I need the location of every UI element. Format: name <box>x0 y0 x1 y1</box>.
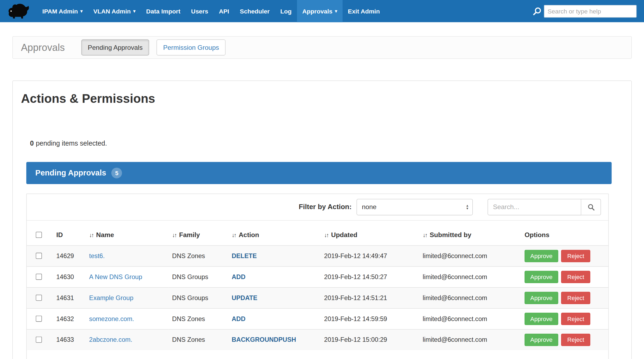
cell-family: DNS Groups <box>169 266 228 287</box>
action-link[interactable]: ADD <box>232 315 245 322</box>
cell-action: ADD <box>228 308 321 329</box>
search-icon[interactable] <box>532 6 542 16</box>
column-label: ID <box>56 231 63 238</box>
reject-button[interactable]: Reject <box>561 292 590 304</box>
selected-count: 0 <box>30 139 34 147</box>
row-checkbox[interactable] <box>36 337 42 343</box>
column-label: Submitted by <box>430 231 471 238</box>
row-checkbox[interactable] <box>36 274 42 280</box>
nav-item-label: Data Import <box>146 8 180 15</box>
approvals-panel: Filter by Action: none ▴▾ <box>26 193 609 359</box>
row-checkbox[interactable] <box>36 316 42 322</box>
name-link[interactable]: 2abczone.com. <box>89 336 132 343</box>
sort-icon: ↓↑ <box>423 232 427 238</box>
nav-item-label: Exit Admin <box>348 8 380 15</box>
nav-item-users[interactable]: Users <box>186 0 213 22</box>
nav-item-label: API <box>219 8 229 15</box>
search-icon <box>587 203 595 211</box>
column-header-name[interactable]: ↓↑Name <box>86 221 169 245</box>
tab-pending-approvals[interactable]: Pending Approvals <box>81 39 149 55</box>
nav-item-scheduler[interactable]: Scheduler <box>235 0 275 22</box>
cell-select <box>27 308 53 329</box>
nav-item-label: Approvals <box>302 8 332 15</box>
nav-item-label: Users <box>191 8 208 15</box>
filter-row: Filter by Action: none ▴▾ <box>27 194 608 221</box>
selected-text: pending items selected. <box>36 139 107 147</box>
nav-item-log[interactable]: Log <box>275 0 297 22</box>
cell-submitted-by: limited@6connect.com <box>419 308 521 329</box>
nav-item-label: Scheduler <box>240 8 270 15</box>
page-header: Approvals Pending Approvals Permission G… <box>12 36 632 59</box>
column-header-family[interactable]: ↓↑Family <box>169 221 228 245</box>
row-checkbox[interactable] <box>36 253 42 259</box>
navbar-search <box>532 5 637 17</box>
nav-item-exit-admin[interactable]: Exit Admin <box>342 0 385 22</box>
approve-button[interactable]: Approve <box>525 250 558 262</box>
brand-logo[interactable] <box>7 2 31 20</box>
nav-item-ipam-admin[interactable]: IPAM Admin▾ <box>37 0 88 22</box>
cell-action: DELETE <box>228 245 321 266</box>
cell-updated: 2019-Feb-12 15:00:29 <box>321 329 419 350</box>
global-search-input[interactable] <box>544 5 637 17</box>
name-link[interactable]: test6. <box>89 252 105 259</box>
action-link[interactable]: DELETE <box>232 252 257 259</box>
action-link[interactable]: ADD <box>232 273 245 280</box>
reject-button[interactable]: Reject <box>561 313 590 325</box>
approve-button[interactable]: Approve <box>525 271 558 283</box>
column-header-action[interactable]: ↓↑Action <box>228 221 321 245</box>
select-all-checkbox[interactable] <box>36 232 42 238</box>
nav-item-data-import[interactable]: Data Import <box>141 0 186 22</box>
column-label: Action <box>239 231 259 238</box>
column-header-updated[interactable]: ↓↑Updated <box>321 221 419 245</box>
cell-family: DNS Zones <box>169 308 228 329</box>
rhino-logo-icon <box>7 3 30 19</box>
table-row: 14632somezone.com.DNS ZonesADD2019-Feb-1… <box>27 308 608 329</box>
cell-options: ApproveReject <box>521 287 608 308</box>
cell-family: DNS Zones <box>169 245 228 266</box>
cell-select <box>27 287 53 308</box>
nav-item-vlan-admin[interactable]: VLAN Admin▾ <box>88 0 141 22</box>
column-header-select <box>27 221 53 245</box>
cell-family: DNS Groups <box>169 287 228 308</box>
row-checkbox[interactable] <box>36 295 42 301</box>
cell-action: UPDATE <box>228 287 321 308</box>
top-navbar: IPAM Admin▾VLAN Admin▾Data ImportUsersAP… <box>0 0 644 22</box>
cell-id: 14631 <box>53 287 86 308</box>
nav-item-label: IPAM Admin <box>42 8 78 15</box>
approve-button[interactable]: Approve <box>525 334 558 346</box>
reject-button[interactable]: Reject <box>561 334 590 346</box>
sort-icon: ↓↑ <box>172 232 176 238</box>
filter-label: Filter by Action: <box>299 203 352 211</box>
table-header-row: ID↓↑Name↓↑Family↓↑Action↓↑Updated↓↑Submi… <box>27 221 608 245</box>
cell-id: 14629 <box>53 245 86 266</box>
band-title: Pending Approvals <box>35 168 106 178</box>
column-header-submitted-by[interactable]: ↓↑Submitted by <box>419 221 521 245</box>
cell-submitted-by: limited@6connect.com <box>419 287 521 308</box>
action-link[interactable]: BACKGROUNDPUSH <box>232 336 296 343</box>
column-header-options: Options <box>521 221 608 245</box>
table-search-button[interactable] <box>581 199 601 215</box>
main-panel: Actions & Permissions 0pending items sel… <box>12 80 632 359</box>
cell-options: ApproveReject <box>521 308 608 329</box>
nav-item-api[interactable]: API <box>214 0 235 22</box>
name-link[interactable]: Example Group <box>89 294 133 301</box>
column-label: Family <box>179 231 200 238</box>
approve-button[interactable]: Approve <box>525 292 558 304</box>
action-link[interactable]: UPDATE <box>232 294 257 301</box>
column-label: Updated <box>331 231 358 238</box>
chevron-down-icon: ▾ <box>80 9 83 13</box>
approve-button[interactable]: Approve <box>525 313 558 325</box>
table-search <box>488 199 601 215</box>
reject-button[interactable]: Reject <box>561 250 590 262</box>
name-link[interactable]: A New DNS Group <box>89 273 142 280</box>
name-link[interactable]: somezone.com. <box>89 315 134 322</box>
table-search-input[interactable] <box>488 199 581 215</box>
reject-button[interactable]: Reject <box>561 271 590 283</box>
column-label: Options <box>525 231 549 238</box>
count-badge: 5 <box>111 168 122 178</box>
nav-item-approvals[interactable]: Approvals▾ <box>297 0 342 22</box>
tab-permission-groups[interactable]: Permission Groups <box>157 39 226 55</box>
cell-name: test6. <box>86 245 169 266</box>
select-arrows-icon: ▴▾ <box>466 204 468 210</box>
action-filter-select[interactable]: none ▴▾ <box>356 199 473 215</box>
